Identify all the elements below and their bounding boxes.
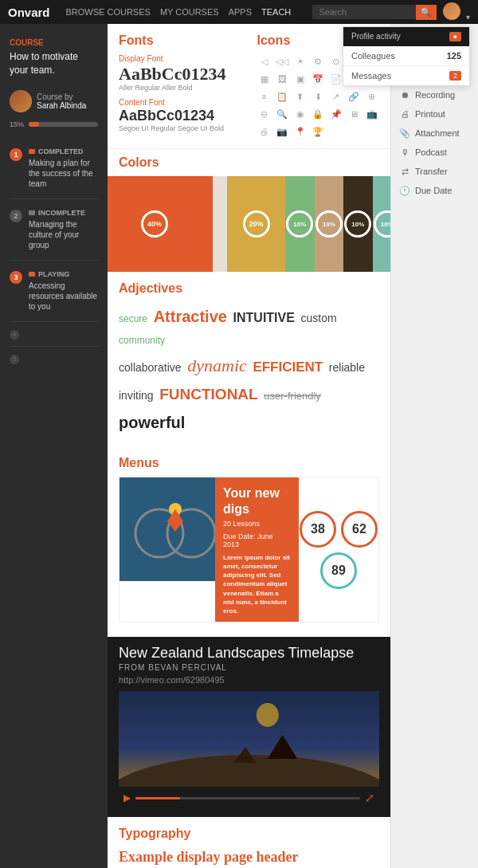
icon-pin: 📌 (329, 107, 343, 121)
tool-transfer[interactable]: ⇄ Transfer (391, 162, 478, 181)
nav-mycourses[interactable]: MY COURSES (160, 7, 219, 17)
avatar-img (10, 90, 32, 112)
sidebar-step-4[interactable]: 4 (0, 325, 108, 343)
nav-teach[interactable]: TEACH (261, 7, 291, 17)
display-font-label: Display Font (119, 54, 241, 63)
instructor-avatar (10, 90, 32, 112)
progress-bar (29, 122, 98, 127)
card-title: Your new digs (223, 485, 291, 516)
instructor-info: Course by Sarah Albinda (37, 92, 86, 110)
nav-search-area: 🔍 ▾ Profile activity ● Colleagues 125 Me… (312, 2, 470, 22)
icon-lock: 🔒 (311, 107, 325, 121)
tool-podcast[interactable]: 🎙 Podcast (391, 143, 478, 162)
color-band-yellow: 20% (227, 176, 285, 272)
icon-share: ↗ (329, 89, 343, 104)
icon-image: 🖼 (275, 72, 289, 86)
icon-calendar: 📅 (311, 72, 325, 86)
nav-browse[interactable]: BROWSE COURSES (66, 7, 151, 17)
sidebar-step-1[interactable]: 1 COMPLETED Making a plan for the succes… (0, 141, 108, 195)
icon-print: 🖨 (257, 124, 272, 139)
divider-3 (10, 321, 98, 322)
icon-sun: ☀ (293, 54, 308, 69)
divider-1 (10, 198, 98, 199)
color-circle-dark: 10% (344, 210, 371, 238)
card-body: Your new digs 20 Lessons Due Date: June … (215, 477, 299, 622)
nav-logo[interactable]: Onvard (8, 6, 50, 19)
adj-custom: custom (301, 312, 337, 324)
search-input[interactable] (312, 5, 416, 19)
sidebar: COURSE How to motivate your team. Course… (0, 24, 108, 868)
icon-film: ▣ (293, 72, 308, 86)
card-image (120, 477, 215, 581)
fonts-heading: Fonts (119, 33, 241, 48)
main-content: Fonts Display Font AaBbCc01234 Aller Reg… (108, 24, 390, 868)
card-img-svg (120, 477, 215, 581)
divider-2 (10, 260, 98, 261)
step-status-1: COMPLETED (29, 147, 98, 155)
profile-badge: ● (449, 32, 461, 41)
icon-doc3: 📋 (275, 89, 289, 104)
icon-trophy: 🏆 (311, 124, 325, 139)
instructor-area: Course by Sarah Albinda (0, 85, 108, 120)
icon-download: ⬇ (311, 89, 325, 104)
icon-monitor: 📺 (365, 107, 379, 121)
sidebar-step-3[interactable]: 3 PLAYING Accessing resources available … (0, 264, 108, 318)
messages-badge: 2 (449, 71, 461, 81)
color-band-brown: 10% (315, 176, 343, 272)
avatar[interactable] (443, 2, 460, 20)
colors-section: Colors 40% 20% 10% (108, 149, 390, 272)
color-band-orange: 40% (108, 176, 213, 272)
tool-recording[interactable]: ⏺ Recording (391, 85, 478, 104)
nav-links: BROWSE COURSES MY COURSES APPS TEACH (66, 7, 292, 17)
icon-zoom-in: ⊕ (365, 89, 379, 104)
divider-4 (10, 346, 98, 347)
tool-due-date[interactable]: 🕐 Due Date (391, 181, 478, 200)
tool-printout[interactable]: 🖨 Printout (391, 104, 478, 124)
adj-words: secure Attractive INTUITIVE custom commu… (119, 302, 379, 437)
adj-reliable: reliable (329, 361, 365, 374)
course-label: COURSE (0, 32, 108, 50)
sidebar-step-2[interactable]: 2 INCOMPLETE Managing the culture of you… (0, 202, 108, 257)
stat-circle-2: 62 (341, 511, 378, 548)
colors-heading: Colors (119, 155, 379, 170)
messages-row[interactable]: Messages 2 (343, 66, 469, 85)
colors-heading-wrapper: Colors (108, 149, 390, 170)
icon-settings2: ⊙ (329, 54, 343, 69)
icon-camera: 📷 (275, 124, 289, 139)
colleagues-count: 125 (447, 51, 461, 61)
sidebar-step-5[interactable]: 5 (0, 350, 108, 367)
step-title-2: Managing the culture of your group (29, 219, 98, 250)
colleagues-row[interactable]: Colleagues 125 (343, 46, 469, 66)
icon-grid: ▦ (257, 72, 272, 86)
icon-zoom-out: ⊖ (257, 107, 272, 121)
color-band-light (213, 176, 227, 272)
icon-eye: ◉ (293, 107, 308, 121)
stats-row-top: 38 62 (300, 511, 378, 548)
display-font-sample: AaBbCc01234 (119, 65, 241, 84)
step-title-3: Accessing resources available to you (29, 281, 98, 312)
menus-section: Menus Your new digs (108, 446, 390, 637)
transfer-icon: ⇄ (399, 166, 410, 177)
profile-area: ▾ Profile activity ● Colleagues 125 Mess… (437, 2, 470, 22)
adj-intuitive: INTUITIVE (233, 311, 295, 324)
color-circle-green: 10% (286, 210, 313, 238)
video-thumbnail (119, 691, 379, 787)
adj-attractive: Attractive (154, 308, 227, 325)
nav-apps[interactable]: APPS (229, 7, 252, 17)
profile-popup: Profile activity ● Colleagues 125 Messag… (343, 26, 470, 86)
fullscreen-button[interactable]: ⤢ (365, 791, 374, 804)
video-progress[interactable] (135, 797, 360, 799)
profile-chevron[interactable]: ▾ (466, 13, 470, 22)
adj-inviting: inviting (119, 389, 154, 402)
play-button[interactable]: ▶ (123, 792, 131, 803)
colleagues-label: Colleagues (351, 51, 395, 61)
adj-userfriendly: user-friendly (264, 390, 321, 402)
typography-heading: Typography (119, 827, 379, 841)
step-status-2: INCOMPLETE (29, 209, 98, 217)
video-progress-fill (135, 797, 180, 799)
tool-attachment[interactable]: 📎 Attachment (391, 124, 478, 143)
video-author: FROM BEVAN PERCIVAL (119, 663, 379, 672)
search-button[interactable]: 🔍 (416, 5, 437, 20)
colors-bands: 40% 20% 10% 10% (108, 176, 390, 272)
status-dot-1 (29, 149, 35, 154)
